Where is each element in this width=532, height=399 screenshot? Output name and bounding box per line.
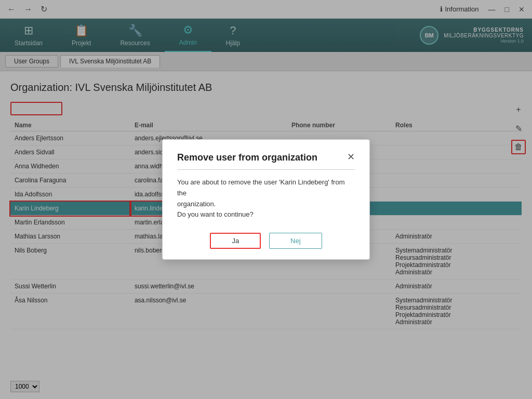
modal-buttons: Ja Nej [177, 233, 355, 249]
modal-body-line1: You are about to remove the user 'Karin … [177, 178, 344, 197]
modal-body-line3: Do you want to continue? [177, 210, 254, 218]
remove-user-modal: Remove user from organization ✕ You are … [162, 139, 370, 260]
modal-title: Remove user from organization [177, 152, 317, 163]
modal-divider [177, 169, 355, 170]
modal-body-line2: organization. [177, 200, 216, 208]
modal-overlay: Remove user from organization ✕ You are … [0, 0, 532, 399]
confirm-yes-button[interactable]: Ja [210, 233, 261, 249]
modal-body: You are about to remove the user 'Karin … [177, 177, 355, 220]
modal-header: Remove user from organization ✕ [177, 152, 355, 163]
confirm-no-button[interactable]: Nej [269, 233, 322, 249]
modal-close-button[interactable]: ✕ [347, 152, 355, 162]
